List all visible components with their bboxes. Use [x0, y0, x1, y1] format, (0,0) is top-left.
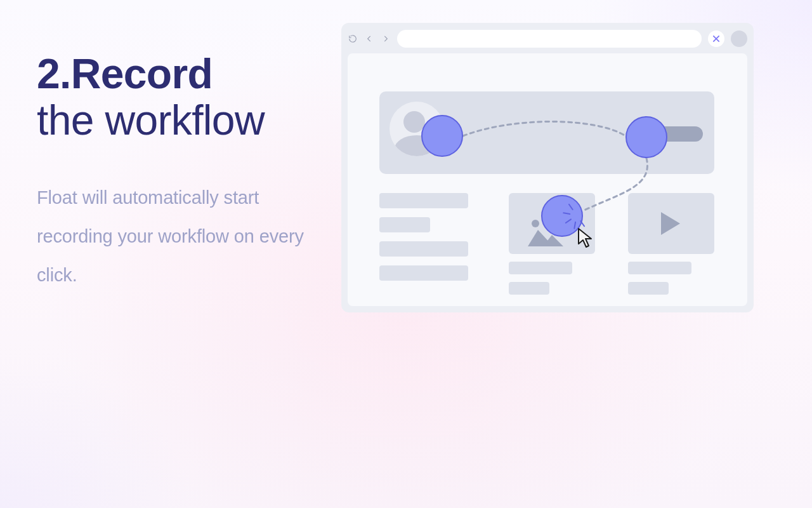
float-extension-icon[interactable]	[708, 30, 724, 47]
play-icon	[628, 193, 714, 254]
hero-card	[379, 91, 714, 174]
skeleton-line	[628, 282, 669, 295]
back-icon[interactable]	[364, 34, 374, 44]
browser-toolbar	[348, 29, 747, 48]
hero-button-placeholder[interactable]	[646, 126, 703, 142]
profile-avatar[interactable]	[731, 30, 747, 47]
step-heading: 2.Record the workflow	[37, 51, 329, 143]
skeleton-line	[379, 217, 430, 232]
image-icon	[509, 193, 595, 254]
browser-page	[348, 53, 747, 306]
url-bar[interactable]	[397, 30, 702, 48]
step-subtitle: the workflow	[37, 97, 265, 144]
skeleton-line	[509, 262, 572, 274]
media-card[interactable]	[628, 193, 714, 295]
forward-icon[interactable]	[381, 34, 391, 44]
skeleton-line	[628, 262, 691, 274]
browser-mockup	[341, 23, 754, 312]
skeleton-line	[509, 282, 549, 295]
step-text-block: 2.Record the workflow Float will automat…	[37, 51, 329, 295]
step-description: Float will automatically start recording…	[37, 178, 329, 295]
skeleton-line	[379, 265, 468, 281]
skeleton-line	[379, 241, 468, 257]
step-title: Record	[71, 50, 213, 97]
reload-icon[interactable]	[348, 34, 358, 44]
hero-avatar-placeholder	[390, 102, 444, 156]
skeleton-line	[379, 193, 468, 208]
step-number: 2.	[37, 50, 71, 97]
media-card[interactable]	[509, 193, 595, 295]
skeleton-text-column	[379, 193, 468, 290]
